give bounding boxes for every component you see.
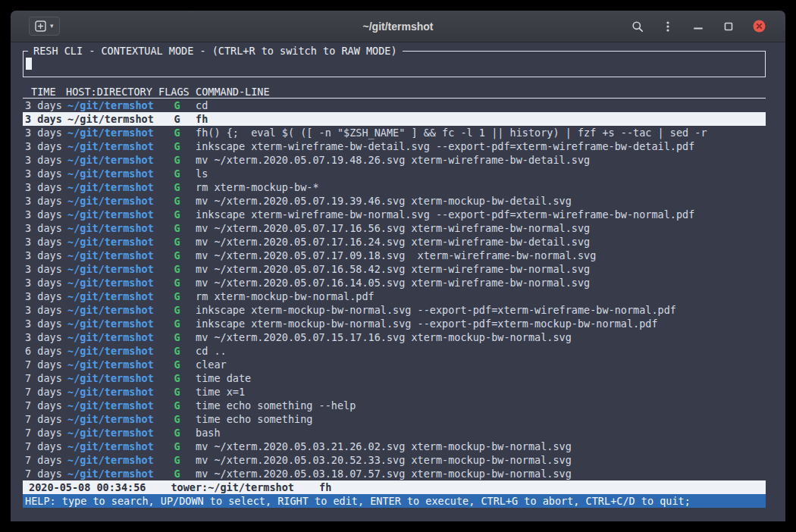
history-host: ~/git/termshot xyxy=(66,99,158,112)
history-flags: G xyxy=(158,467,196,480)
history-cmd: inkscape xterm-wireframe-bw-normal.svg -… xyxy=(196,208,766,221)
history-time: 7 days xyxy=(23,467,66,480)
history-cmd: mv ~/xterm.2020.05.07.17.16.56.svg xterm… xyxy=(196,221,766,235)
history-row[interactable]: 3 days~/git/termshotGmv ~/xterm.2020.05.… xyxy=(23,221,766,235)
history-cmd: rm xterm-mockup-bw-normal.pdf xyxy=(196,289,766,303)
desktop-background: ▾ ~/git/termshot xyxy=(0,0,796,532)
history-cmd: mv ~/xterm.2020.05.07.16.58.42.svg xterm… xyxy=(196,262,766,276)
history-host: ~/git/termshot xyxy=(66,426,158,440)
history-row[interactable]: 7 days~/git/termshotGclear xyxy=(23,358,766,371)
status-bar: 2020-05-08 00:34:56tower:~/git/termshotf… xyxy=(23,480,766,494)
history-row[interactable]: 3 days~/git/termshotGmv ~/xterm.2020.05.… xyxy=(23,262,766,276)
search-input[interactable]: RESH CLI - CONTEXTUAL MODE - (CTRL+R to … xyxy=(23,51,766,77)
history-time: 7 days xyxy=(23,385,66,399)
history-flags: G xyxy=(158,235,196,249)
history-row[interactable]: 3 days~/git/termshotGfh() {; eval $( ([ … xyxy=(23,126,766,139)
history-row[interactable]: 7 days~/git/termshotGbash xyxy=(23,426,766,440)
history-host: ~/git/termshot xyxy=(66,180,158,194)
history-flags: G xyxy=(158,453,196,467)
minimize-button[interactable] xyxy=(692,20,704,33)
new-tab-plus-icon xyxy=(35,20,46,32)
history-flags: G xyxy=(158,180,196,194)
history-host: ~/git/termshot xyxy=(66,358,158,371)
history-row[interactable]: 7 days~/git/termshotGtime x=1 xyxy=(23,385,766,399)
history-host: ~/git/termshot xyxy=(66,194,158,208)
history-row-selected[interactable]: 3 days~/git/termshotGfh xyxy=(23,112,766,126)
history-list: 3 days~/git/termshotGcd3 days~/git/terms… xyxy=(23,99,766,480)
terminal-window: ▾ ~/git/termshot xyxy=(11,11,785,521)
history-row[interactable]: 3 days~/git/termshotGmv ~/xterm.2020.05.… xyxy=(23,235,766,249)
history-row[interactable]: 3 days~/git/termshotGinkscape xterm-mock… xyxy=(23,303,766,317)
history-flags: G xyxy=(158,440,196,453)
history-row[interactable]: 7 days~/git/termshotGmv ~/xterm.2020.05.… xyxy=(23,453,766,467)
history-host: ~/git/termshot xyxy=(66,208,158,221)
history-time: 3 days xyxy=(23,180,66,194)
history-row[interactable]: 3 days~/git/termshotGmv ~/xterm.2020.05.… xyxy=(23,194,766,208)
history-row[interactable]: 7 days~/git/termshotGtime echo something xyxy=(23,412,766,426)
history-row[interactable]: 3 days~/git/termshotGmv ~/xterm.2020.05.… xyxy=(23,249,766,262)
chevron-down-icon: ▾ xyxy=(50,23,54,30)
history-flags: G xyxy=(158,317,196,330)
history-cmd: mv ~/xterm.2020.05.07.17.09.18.svg xterm… xyxy=(196,249,766,262)
history-cmd: mv ~/xterm.2020.05.07.19.48.26.svg xterm… xyxy=(196,153,766,167)
history-flags: G xyxy=(158,358,196,371)
history-host: ~/git/termshot xyxy=(66,344,158,358)
history-time: 7 days xyxy=(23,371,66,385)
history-host: ~/git/termshot xyxy=(66,399,158,412)
titlebar[interactable]: ▾ ~/git/termshot xyxy=(11,11,785,42)
menu-button[interactable] xyxy=(662,20,674,33)
history-row[interactable]: 3 days~/git/termshotGinkscape xterm-wire… xyxy=(23,139,766,153)
history-host: ~/git/termshot xyxy=(66,153,158,167)
history-flags: G xyxy=(158,399,196,412)
history-cmd: cd xyxy=(196,99,766,112)
history-host: ~/git/termshot xyxy=(66,385,158,399)
history-host: ~/git/termshot xyxy=(66,276,158,289)
history-cmd: mv ~/xterm.2020.05.03.20.52.33.svg xterm… xyxy=(196,453,766,467)
restore-button[interactable] xyxy=(722,20,735,33)
history-host: ~/git/termshot xyxy=(66,262,158,276)
history-row[interactable]: 3 days~/git/termshotGmv ~/xterm.2020.05.… xyxy=(23,330,766,344)
new-tab-button[interactable]: ▾ xyxy=(29,17,60,36)
history-cmd: bash xyxy=(196,426,766,440)
help-bar: HELP: type to search, UP/DOWN to select,… xyxy=(23,494,766,508)
history-time: 3 days xyxy=(23,139,66,153)
search-button[interactable] xyxy=(631,20,644,33)
history-time: 3 days xyxy=(23,153,66,167)
history-row[interactable]: 6 days~/git/termshotGcd .. xyxy=(23,344,766,358)
history-host: ~/git/termshot xyxy=(66,467,158,480)
history-row[interactable]: 7 days~/git/termshotGmv ~/xterm.2020.05.… xyxy=(23,440,766,453)
history-time: 3 days xyxy=(23,208,66,221)
history-flags: G xyxy=(158,344,196,358)
history-cmd: inkscape xterm-mockup-bw-normal.svg --ex… xyxy=(196,317,766,330)
column-header-time: TIME xyxy=(23,85,66,99)
history-flags: G xyxy=(158,276,196,289)
history-row[interactable]: 7 days~/git/termshotGtime echo something… xyxy=(23,399,766,412)
history-row[interactable]: 7 days~/git/termshotGtime date xyxy=(23,371,766,385)
history-row[interactable]: 3 days~/git/termshotGmv ~/xterm.2020.05.… xyxy=(23,153,766,167)
history-row[interactable]: 3 days~/git/termshotGrm xterm-mockup-bw-… xyxy=(23,289,766,303)
history-flags: G xyxy=(158,208,196,221)
history-cmd: time date xyxy=(196,371,766,385)
column-header-command-line: COMMAND-LINE xyxy=(196,85,766,99)
history-cmd: fh xyxy=(196,112,766,126)
history-flags: G xyxy=(158,371,196,385)
history-row[interactable]: 3 days~/git/termshotGrm xterm-mockup-bw-… xyxy=(23,180,766,194)
history-host: ~/git/termshot xyxy=(66,235,158,249)
column-header-host-directory: HOST:DIRECTORY xyxy=(66,85,158,99)
history-time: 3 days xyxy=(23,194,66,208)
history-cmd: mv ~/xterm.2020.05.03.21.26.02.svg xterm… xyxy=(196,440,766,453)
resh-banner: RESH CLI - CONTEXTUAL MODE - (CTRL+R to … xyxy=(28,44,403,58)
history-host: ~/git/termshot xyxy=(66,303,158,317)
history-cmd: mv ~/xterm.2020.05.03.18.07.57.svg xterm… xyxy=(196,467,766,480)
history-row[interactable]: 3 days~/git/termshotGcd xyxy=(23,99,766,112)
status-command: fh xyxy=(319,481,331,493)
history-host: ~/git/termshot xyxy=(66,371,158,385)
history-row[interactable]: 3 days~/git/termshotGls xyxy=(23,167,766,180)
history-row[interactable]: 3 days~/git/termshotGinkscape xterm-wire… xyxy=(23,208,766,221)
history-time: 7 days xyxy=(23,440,66,453)
close-button[interactable] xyxy=(753,20,766,33)
history-row[interactable]: 3 days~/git/termshotGmv ~/xterm.2020.05.… xyxy=(23,276,766,289)
history-row[interactable]: 7 days~/git/termshotGmv ~/xterm.2020.05.… xyxy=(23,467,766,480)
history-row[interactable]: 3 days~/git/termshotGinkscape xterm-mock… xyxy=(23,317,766,330)
history-flags: G xyxy=(158,289,196,303)
